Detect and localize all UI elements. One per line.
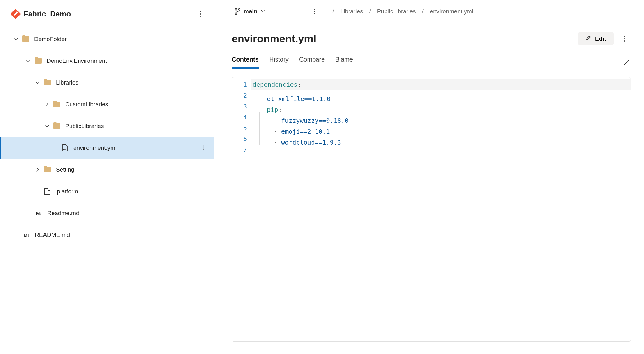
svg-point-12 xyxy=(314,13,315,14)
tree-label: CustomLibraries xyxy=(65,101,214,108)
code-line: - pip: xyxy=(251,101,631,112)
yml-file-icon: YML xyxy=(62,144,68,152)
tree-file-platform[interactable]: .platform xyxy=(0,181,214,202)
edit-label: Edit xyxy=(595,35,606,42)
chevron-down-icon xyxy=(35,80,40,85)
tab-compare[interactable]: Compare xyxy=(299,56,325,69)
breadcrumb: / Libraries / PublicLibraries / environm… xyxy=(332,8,473,15)
tree-label: PublicLibraries xyxy=(65,123,214,130)
svg-point-5 xyxy=(203,147,204,149)
toolbar-more-button[interactable] xyxy=(309,6,320,17)
branch-name: main xyxy=(244,8,257,15)
tree-label: README.md xyxy=(35,232,214,238)
git-repo-icon xyxy=(10,9,21,19)
code-viewer: 1 2 3 4 5 6 7 dependencies: - et-xmlfile… xyxy=(232,77,631,342)
code-line xyxy=(251,145,631,155)
tree-folder-setting[interactable]: Setting xyxy=(0,159,214,181)
line-number: 4 xyxy=(232,112,247,123)
tree-label: Libraries xyxy=(56,79,214,86)
line-number: 5 xyxy=(232,123,247,134)
breadcrumb-publiclibraries[interactable]: PublicLibraries xyxy=(377,8,416,15)
chevron-down-icon xyxy=(44,123,50,129)
chevron-down-icon xyxy=(13,36,19,42)
tree-folder-demoenv[interactable]: DemoEnv.Environment xyxy=(0,50,214,72)
svg-point-15 xyxy=(624,40,625,42)
tree-file-readme-upper[interactable]: M↓ README.md xyxy=(0,224,214,246)
code-line: - emoji==2.10.1 xyxy=(251,123,631,134)
chevron-down-icon xyxy=(260,8,265,15)
folder-icon xyxy=(22,36,29,42)
edit-button[interactable]: Edit xyxy=(578,32,614,45)
chevron-right-icon xyxy=(35,167,40,172)
branch-icon xyxy=(235,8,240,15)
folder-icon xyxy=(53,102,60,107)
breadcrumb-current: environment.yml xyxy=(430,8,473,15)
file-title: environment.yml xyxy=(232,33,578,45)
folder-icon xyxy=(44,80,51,85)
code-gutter: 1 2 3 4 5 6 7 xyxy=(232,77,251,341)
tab-history[interactable]: History xyxy=(269,56,289,69)
code-line: - wordcloud==1.9.3 xyxy=(251,134,631,145)
sidebar: Fabric_Demo DemoFolder DemoEnv.Environme… xyxy=(0,0,214,354)
title-row: environment.yml Edit xyxy=(232,32,631,45)
svg-point-9 xyxy=(235,13,237,14)
breadcrumb-separator: / xyxy=(332,8,334,15)
line-number: 1 xyxy=(232,79,247,90)
app-root: Fabric_Demo DemoFolder DemoEnv.Environme… xyxy=(0,0,644,354)
chevron-down-icon xyxy=(25,58,31,64)
tab-blame[interactable]: Blame xyxy=(335,56,353,69)
tabs: Contents History Compare Blame xyxy=(232,56,631,69)
svg-text:YML: YML xyxy=(63,149,67,151)
tree-folder-publiclibraries[interactable]: PublicLibraries xyxy=(0,115,214,137)
tree-row-more-button[interactable] xyxy=(198,143,208,153)
line-number: 3 xyxy=(232,101,247,112)
line-number: 6 xyxy=(232,134,247,145)
tab-contents[interactable]: Contents xyxy=(232,56,259,69)
svg-point-13 xyxy=(624,36,625,37)
tree-label: DemoEnv.Environment xyxy=(47,57,214,64)
line-number: 2 xyxy=(232,90,247,101)
code-content[interactable]: dependencies: - et-xmlfile==1.1.0 - pip:… xyxy=(251,77,631,341)
repo-more-button[interactable] xyxy=(195,8,206,20)
main-panel: main / Libraries / PublicLibraries / env… xyxy=(214,0,644,354)
code-line: - fuzzywuzzy==0.18.0 xyxy=(251,112,631,123)
pencil-icon xyxy=(586,35,591,42)
svg-point-14 xyxy=(624,38,625,39)
svg-point-1 xyxy=(200,13,201,15)
svg-point-7 xyxy=(235,8,237,10)
tree-label: Setting xyxy=(56,166,214,173)
folder-icon xyxy=(35,58,42,64)
tree-folder-demofolder[interactable]: DemoFolder xyxy=(0,28,214,50)
file-tree: DemoFolder DemoEnv.Environment Libraries… xyxy=(0,27,214,246)
expand-icon[interactable] xyxy=(622,58,631,67)
tree-label: .platform xyxy=(55,188,214,195)
breadcrumb-libraries[interactable]: Libraries xyxy=(340,8,363,15)
tree-file-environment-yml[interactable]: YML environment.yml xyxy=(0,137,214,159)
markdown-icon: M↓ xyxy=(22,232,30,238)
breadcrumb-separator: / xyxy=(422,8,423,15)
svg-point-8 xyxy=(238,8,240,10)
svg-point-2 xyxy=(200,16,201,17)
tree-folder-customlibraries[interactable]: CustomLibraries xyxy=(0,94,214,115)
tree-folder-libraries[interactable]: Libraries xyxy=(0,72,214,94)
code-line: - et-xmlfile==1.1.0 xyxy=(251,90,631,101)
folder-icon xyxy=(44,167,51,172)
tree-file-readme-lower[interactable]: M↓ Readme.md xyxy=(0,202,214,224)
breadcrumb-separator: / xyxy=(369,8,371,15)
svg-point-6 xyxy=(203,149,204,150)
toolbar: main / Libraries / PublicLibraries / env… xyxy=(232,0,631,23)
chevron-right-icon xyxy=(44,102,50,107)
code-line: dependencies: xyxy=(251,79,631,90)
folder-icon xyxy=(53,123,60,129)
repo-header: Fabric_Demo xyxy=(0,5,214,27)
branch-selector[interactable]: main xyxy=(232,6,268,17)
repo-title: Fabric_Demo xyxy=(24,10,191,18)
file-more-button[interactable] xyxy=(618,32,631,45)
tree-label: environment.yml xyxy=(73,145,198,151)
svg-point-10 xyxy=(314,9,315,10)
tree-label: DemoFolder xyxy=(34,36,214,43)
svg-point-0 xyxy=(200,11,201,12)
file-icon xyxy=(44,188,50,195)
line-number: 7 xyxy=(232,145,247,155)
svg-point-11 xyxy=(314,11,315,12)
